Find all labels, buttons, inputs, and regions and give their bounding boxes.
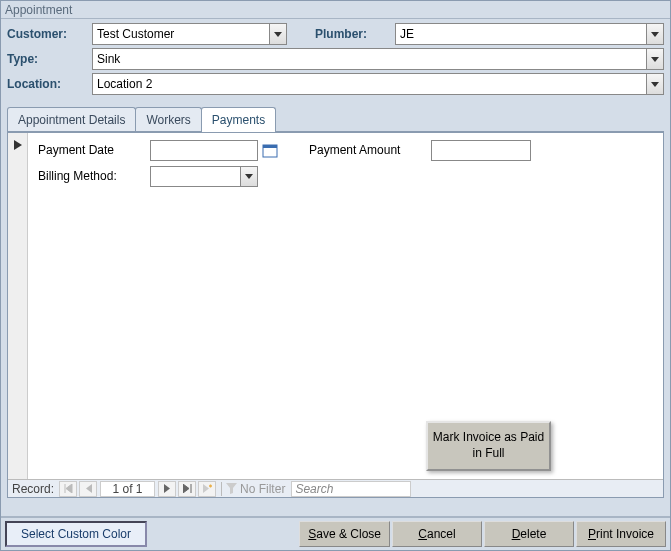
- plumber-value: JE: [400, 27, 414, 41]
- payment-date-input[interactable]: [150, 140, 258, 161]
- record-selector[interactable]: [8, 133, 28, 479]
- tab-strip: Appointment Details Workers Payments: [7, 106, 664, 131]
- save-text: ave & Close: [316, 527, 381, 541]
- mark-paid-label: Mark Invoice as Paid in Full: [432, 430, 545, 461]
- billing-method-combo[interactable]: [150, 166, 258, 187]
- customer-label: Customer:: [7, 27, 92, 41]
- nav-last-button[interactable]: [178, 481, 196, 497]
- footer-bar: Select Custom Color Save & Close Cancel …: [1, 516, 670, 550]
- header-form: Customer: Test Customer Plumber: JE Type…: [1, 19, 670, 104]
- calendar-icon[interactable]: [261, 141, 279, 159]
- nav-prev-button[interactable]: [79, 481, 97, 497]
- type-value: Sink: [97, 52, 120, 66]
- record-counter[interactable]: 1 of 1: [100, 481, 155, 497]
- dropdown-icon[interactable]: [646, 74, 663, 94]
- mark-paid-button[interactable]: Mark Invoice as Paid in Full: [426, 421, 551, 471]
- filter-label: No Filter: [240, 482, 285, 496]
- dropdown-icon[interactable]: [646, 49, 663, 69]
- search-box[interactable]: Search: [291, 481, 411, 497]
- filter-status[interactable]: No Filter: [226, 482, 285, 496]
- appointment-window: Appointment Customer: Test Customer Plum…: [0, 0, 671, 551]
- customer-value: Test Customer: [97, 27, 174, 41]
- save-close-button[interactable]: Save & Close: [299, 521, 390, 547]
- plumber-combo[interactable]: JE: [395, 23, 664, 45]
- cancel-button[interactable]: Cancel: [392, 521, 482, 547]
- window-title-text: Appointment: [5, 3, 72, 17]
- nav-first-button[interactable]: [59, 481, 77, 497]
- tab-workers[interactable]: Workers: [135, 107, 201, 132]
- tab-region: Appointment Details Workers Payments Pay…: [7, 106, 664, 498]
- payments-panel: Payment Date: [7, 131, 664, 498]
- window-title: Appointment: [1, 1, 670, 19]
- select-custom-color-button[interactable]: Select Custom Color: [5, 521, 147, 547]
- customer-combo[interactable]: Test Customer: [92, 23, 287, 45]
- separator: [221, 482, 222, 496]
- dropdown-icon[interactable]: [269, 24, 286, 44]
- delete-button[interactable]: Delete: [484, 521, 574, 547]
- record-label: Record:: [8, 482, 58, 496]
- nav-new-button[interactable]: [198, 481, 216, 497]
- current-record-icon: [8, 139, 27, 153]
- filter-icon: [226, 483, 237, 494]
- print-invoice-button[interactable]: Print Invoice: [576, 521, 666, 547]
- record-navigator: Record: 1 of 1: [8, 479, 663, 497]
- payment-body: Payment Date: [30, 133, 663, 479]
- svg-rect-1: [263, 145, 277, 148]
- location-label: Location:: [7, 77, 92, 91]
- billing-method-label: Billing Method:: [38, 169, 150, 183]
- dropdown-icon[interactable]: [240, 167, 257, 186]
- type-label: Type:: [7, 52, 92, 66]
- nav-next-button[interactable]: [158, 481, 176, 497]
- location-combo[interactable]: Location 2: [92, 73, 664, 95]
- tab-appointment-details[interactable]: Appointment Details: [7, 107, 136, 132]
- type-combo[interactable]: Sink: [92, 48, 664, 70]
- dropdown-icon[interactable]: [646, 24, 663, 44]
- payment-amount-label: Payment Amount: [309, 143, 431, 157]
- payment-date-label: Payment Date: [38, 143, 150, 157]
- payment-amount-input[interactable]: [431, 140, 531, 161]
- tab-payments[interactable]: Payments: [201, 107, 276, 132]
- plumber-label: Plumber:: [315, 27, 395, 41]
- location-value: Location 2: [97, 77, 152, 91]
